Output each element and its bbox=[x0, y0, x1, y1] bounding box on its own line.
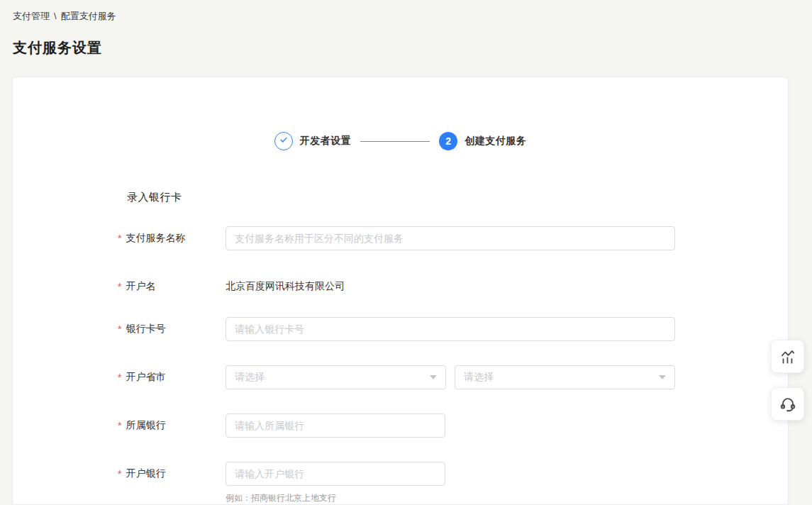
step-1-indicator bbox=[274, 132, 293, 150]
form-row-service-name: * 支付服务名称 bbox=[118, 226, 788, 250]
step-2-label: 创建支付服务 bbox=[465, 135, 526, 148]
form-row-bank: * 所属银行 bbox=[118, 414, 788, 438]
service-name-input[interactable] bbox=[226, 226, 675, 250]
step-create-payment-service: 2 创建支付服务 bbox=[439, 132, 526, 150]
step-2-indicator: 2 bbox=[439, 132, 457, 150]
card-number-input[interactable] bbox=[226, 317, 675, 341]
breadcrumb-item-payment-management[interactable]: 支付管理 bbox=[13, 11, 50, 22]
step-2-number: 2 bbox=[445, 135, 451, 147]
chevron-down-icon bbox=[659, 375, 666, 379]
branch-bank-field: 例如：招商银行北京上地支行 bbox=[226, 462, 445, 504]
required-marker: * bbox=[118, 323, 121, 335]
branch-bank-helper: 例如：招商银行北京上地支行 bbox=[226, 492, 445, 504]
breadcrumb-item-configure-payment-service: 配置支付服务 bbox=[61, 11, 116, 22]
account-name-label: * 开户名 bbox=[118, 274, 226, 299]
bank-input[interactable] bbox=[226, 414, 445, 438]
service-name-label: * 支付服务名称 bbox=[118, 226, 226, 250]
stepper: 开发者设置 2 创建支付服务 bbox=[13, 77, 788, 150]
form-row-branch-bank: * 开户银行 例如：招商银行北京上地支行 bbox=[118, 462, 788, 504]
branch-bank-label: * 开户银行 bbox=[118, 462, 226, 486]
step-developer-settings: 开发者设置 bbox=[274, 132, 352, 150]
section-title-enter-bank-card: 录入银行卡 bbox=[127, 191, 788, 204]
check-icon bbox=[279, 135, 289, 148]
statistics-fab-button[interactable] bbox=[771, 340, 804, 373]
payment-setup-card: 开发者设置 2 创建支付服务 录入银行卡 * 支付服务名称 * 开户名 bbox=[12, 77, 789, 505]
page-title: 支付服务设置 bbox=[13, 39, 812, 56]
breadcrumb: 支付管理 \ 配置支付服务 bbox=[0, 0, 812, 22]
bank-label: * 所属银行 bbox=[118, 414, 226, 438]
step-connector bbox=[360, 141, 430, 142]
required-marker: * bbox=[118, 468, 121, 479]
step-1-label: 开发者设置 bbox=[300, 135, 352, 148]
province-select[interactable]: 请选择 bbox=[226, 365, 446, 389]
customer-service-fab-button[interactable] bbox=[771, 387, 804, 421]
breadcrumb-separator: \ bbox=[54, 11, 57, 22]
required-marker: * bbox=[118, 233, 121, 244]
required-marker: * bbox=[118, 281, 121, 292]
account-name-value: 北京百度网讯科技有限公司 bbox=[226, 274, 345, 299]
form-row-province-city: * 开户省市 请选择 请选择 bbox=[118, 365, 788, 389]
card-number-label: * 银行卡号 bbox=[118, 317, 226, 341]
form-row-card-number: * 银行卡号 bbox=[118, 317, 788, 341]
chart-icon bbox=[779, 348, 797, 366]
required-marker: * bbox=[118, 420, 121, 431]
branch-bank-input[interactable] bbox=[226, 462, 445, 486]
province-city-label: * 开户省市 bbox=[118, 365, 226, 389]
city-select[interactable]: 请选择 bbox=[455, 365, 675, 389]
bank-card-form: * 支付服务名称 * 开户名 北京百度网讯科技有限公司 * 银行卡号 * bbox=[118, 226, 788, 504]
required-marker: * bbox=[118, 372, 121, 383]
form-row-account-name: * 开户名 北京百度网讯科技有限公司 bbox=[118, 274, 788, 299]
chevron-down-icon bbox=[430, 375, 437, 379]
headset-icon bbox=[779, 395, 797, 414]
